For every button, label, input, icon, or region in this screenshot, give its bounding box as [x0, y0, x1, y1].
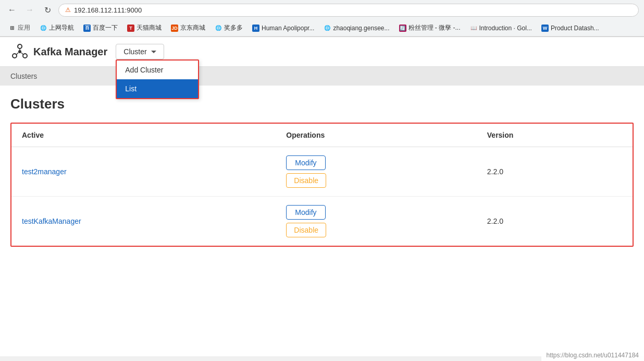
clusters-table-container: Active Operations Version test2manager M… [10, 123, 634, 247]
operations-cell: Modify Disable [276, 147, 476, 197]
svg-line-5 [16, 53, 18, 55]
kafka-logo: Kafka Manager [10, 42, 107, 61]
bookmark-human[interactable]: H Human Apolipopr... [248, 23, 318, 33]
app-header: Kafka Manager Cluster Add Cluster List [0, 37, 644, 67]
bookmark-human-label: Human Apolipopr... [262, 25, 314, 32]
bookmark-baidu-label: 百度一下 [93, 23, 118, 32]
security-icon: ⚠ [65, 6, 71, 14]
bookmark-apps-label: 应用 [18, 23, 30, 32]
status-bar: https://blog.csdn.net/u011447184 [541, 350, 644, 356]
bookmark-taobao[interactable]: 🌐 奖多多 [210, 22, 247, 34]
intro-icon: 📖 [470, 25, 477, 32]
operations-buttons: Modify Disable [286, 155, 466, 188]
table-body: test2manager Modify Disable 2.2.0 [11, 147, 633, 246]
svg-line-6 [21, 53, 23, 55]
globe-icon: 🌐 [40, 25, 47, 32]
address-text: 192.168.112.111:9000 [74, 6, 142, 14]
refresh-button[interactable]: ↻ [41, 3, 54, 17]
col-active: Active [11, 124, 276, 147]
browser-toolbar: ← → ↻ ⚠ 192.168.112.111:9000 [0, 0, 644, 20]
disable-button-test2manager[interactable]: Disable [286, 173, 326, 188]
bookmark-fans[interactable]: 🔄 粉丝管理 - 微孳 -... [395, 22, 465, 34]
operations-cell: Modify Disable [276, 197, 476, 246]
bookmark-nav[interactable]: 🌐 上网导航 [35, 22, 78, 34]
caret-icon [151, 51, 156, 53]
bookmark-zhao-label: zhaoqiang.gensee... [333, 25, 389, 32]
page-title: Clusters [10, 96, 634, 112]
version-text-testKafkaManager: 2.2.0 [487, 217, 503, 225]
bookmark-taobao-label: 奖多多 [224, 23, 243, 32]
dropdown-item-list[interactable]: List [117, 79, 198, 98]
kafka-logo-svg [10, 42, 29, 61]
disable-button-testKafkaManager[interactable]: Disable [286, 223, 326, 237]
bookmark-tmall-label: 天猫商城 [137, 23, 162, 32]
svg-point-0 [18, 44, 22, 49]
kafka-logo-text: Kafka Manager [33, 46, 107, 58]
dropdown-item-add-cluster[interactable]: Add Cluster [117, 61, 198, 79]
bookmark-zhao[interactable]: 🌐 zhaoqiang.gensee... [319, 23, 393, 33]
fans-icon: 🔄 [399, 25, 406, 32]
bookmarks-bar: ⊞ 应用 🌐 上网导航 百 百度一下 T 天猫商城 JD 京东商城 🌐 奖多多 … [0, 20, 644, 37]
baidu-icon: 百 [83, 25, 91, 32]
clusters-table: Active Operations Version test2manager M… [11, 124, 633, 246]
cluster-dropdown-button[interactable]: Cluster [116, 44, 164, 59]
cluster-name-cell: testKafkaManager [11, 197, 276, 246]
version-cell: 2.2.0 [477, 197, 633, 246]
tmall-icon: T [127, 25, 134, 32]
bookmark-nav-label: 上网导航 [49, 23, 74, 32]
modify-button-test2manager[interactable]: Modify [286, 155, 325, 170]
table-header: Active Operations Version [11, 124, 633, 147]
version-cell: 2.2.0 [477, 147, 633, 197]
version-text-test2manager: 2.2.0 [487, 167, 503, 176]
svg-point-3 [18, 50, 21, 53]
bookmark-fans-label: 粉丝管理 - 微孳 -... [408, 23, 461, 32]
col-version: Version [477, 124, 633, 147]
breadcrumb-bar: Clusters [0, 67, 644, 86]
page: Kafka Manager Cluster Add Cluster List C… [0, 37, 644, 356]
product-icon: W [541, 25, 549, 32]
bookmark-baidu[interactable]: 百 百度一下 [79, 22, 122, 34]
bookmark-intro-label: Introduction · Gol... [479, 25, 532, 32]
forward-button[interactable]: → [23, 3, 36, 17]
bookmark-product[interactable]: W Product Datash... [537, 23, 603, 33]
back-button[interactable]: ← [5, 3, 19, 17]
modify-button-testKafkaManager[interactable]: Modify [286, 205, 325, 220]
cluster-btn-label: Cluster [123, 47, 146, 56]
table-header-row: Active Operations Version [11, 124, 633, 147]
breadcrumb: Clusters [10, 72, 37, 80]
jd-icon: JD [171, 25, 178, 32]
taobao-icon: 🌐 [215, 25, 222, 32]
cluster-dropdown-container: Cluster Add Cluster List [116, 44, 164, 59]
bookmark-jd[interactable]: JD 京东商城 [167, 22, 209, 34]
cluster-dropdown-menu: Add Cluster List [116, 59, 199, 99]
bookmark-apps[interactable]: ⊞ 应用 [4, 22, 34, 34]
cluster-link-testKafkaManager[interactable]: testKafkaManager [22, 217, 81, 225]
main-content: Clusters Active Operations Version test2… [0, 86, 644, 257]
address-bar[interactable]: ⚠ 192.168.112.111:9000 [58, 4, 639, 17]
cluster-name-cell: test2manager [11, 147, 276, 197]
table-row: test2manager Modify Disable 2.2.0 [11, 147, 633, 197]
bookmark-tmall[interactable]: T 天猫商城 [123, 22, 166, 34]
browser-chrome: ← → ↻ ⚠ 192.168.112.111:9000 ⊞ 应用 🌐 上网导航… [0, 0, 644, 37]
zhao-icon: 🌐 [324, 25, 331, 32]
bookmark-jd-label: 京东商城 [180, 23, 205, 32]
apps-icon: ⊞ [8, 25, 16, 32]
table-row: testKafkaManager Modify Disable 2.2.0 [11, 197, 633, 246]
col-operations: Operations [276, 124, 476, 147]
bookmark-intro[interactable]: 📖 Introduction · Gol... [466, 23, 536, 33]
status-url: https://blog.csdn.net/u011447184 [547, 352, 639, 356]
cluster-link-test2manager[interactable]: test2manager [22, 167, 67, 176]
human-icon: H [252, 25, 259, 32]
bookmark-product-label: Product Datash... [551, 25, 599, 32]
operations-buttons: Modify Disable [286, 205, 466, 237]
